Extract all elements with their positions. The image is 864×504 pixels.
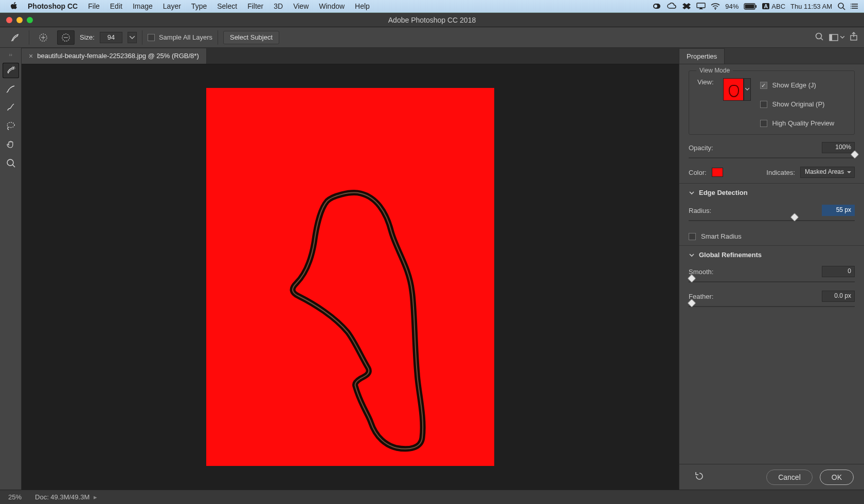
menubar-app-name[interactable]: Photoshop CC bbox=[23, 2, 83, 10]
view-dropdown[interactable] bbox=[744, 78, 751, 101]
search-icon[interactable] bbox=[815, 32, 824, 43]
opacity-value[interactable]: 100% bbox=[822, 142, 855, 153]
selection-edge-overlay bbox=[206, 88, 494, 466]
menu-file[interactable]: File bbox=[83, 2, 105, 10]
high-quality-preview-label: High Quality Preview bbox=[772, 119, 835, 127]
tool-refine-edge-brush[interactable] bbox=[3, 81, 19, 97]
panel-expand-icon[interactable]: ›› bbox=[0, 52, 21, 58]
svg-rect-23 bbox=[830, 34, 832, 41]
document-tab[interactable]: × beautiful-beauty-female-2252368.jpg @ … bbox=[22, 48, 207, 64]
show-original-checkbox[interactable] bbox=[760, 101, 767, 108]
brush-subtract-mode-icon[interactable] bbox=[57, 30, 75, 45]
tool-quick-selection[interactable] bbox=[3, 63, 19, 78]
view-label: View: bbox=[697, 78, 714, 86]
show-original-label: Show Original (P) bbox=[772, 100, 825, 108]
svg-point-13 bbox=[851, 6, 851, 7]
svg-point-12 bbox=[851, 4, 851, 5]
radius-slider[interactable] bbox=[689, 217, 855, 224]
select-subject-button[interactable]: Select Subject bbox=[223, 31, 279, 44]
status-doc-info[interactable]: Doc: 49.3M/49.3M ▸ bbox=[35, 493, 97, 501]
svg-point-3 bbox=[715, 9, 716, 10]
size-label: Size: bbox=[80, 33, 95, 41]
properties-panel: Properties View Mode View: Show Edge (J)… bbox=[679, 48, 864, 490]
ok-button[interactable]: OK bbox=[820, 470, 854, 485]
opacity-label: Opacity: bbox=[689, 144, 713, 152]
svg-rect-5 bbox=[745, 4, 754, 8]
menu-view[interactable]: View bbox=[288, 2, 314, 10]
menu-select[interactable]: Select bbox=[212, 2, 242, 10]
high-quality-preview-checkbox[interactable] bbox=[760, 120, 767, 127]
view-mode-section: View Mode View: Show Edge (J) Show Origi… bbox=[689, 70, 855, 135]
spotlight-icon[interactable] bbox=[837, 2, 845, 10]
svg-point-27 bbox=[7, 159, 13, 166]
screen-mode-icon[interactable] bbox=[829, 34, 844, 41]
show-edge-label: Show Edge (J) bbox=[772, 81, 816, 89]
view-thumbnail[interactable] bbox=[723, 78, 744, 101]
current-tool-icon[interactable] bbox=[6, 30, 24, 45]
feather-slider[interactable] bbox=[689, 303, 855, 310]
svg-line-21 bbox=[821, 38, 823, 40]
show-edge-checkbox[interactable] bbox=[760, 82, 767, 89]
menubar-clock[interactable]: Thu 11:53 AM bbox=[790, 3, 832, 10]
svg-rect-2 bbox=[697, 3, 705, 8]
properties-footer: Cancel OK bbox=[679, 464, 864, 490]
canvas[interactable] bbox=[206, 88, 494, 466]
share-icon[interactable] bbox=[850, 32, 858, 43]
menu-image[interactable]: Image bbox=[128, 2, 158, 10]
menu-window[interactable]: Window bbox=[314, 2, 350, 10]
chevron-right-icon: ▸ bbox=[92, 493, 97, 501]
brush-add-mode-icon[interactable] bbox=[34, 30, 52, 45]
feather-value[interactable]: 0.0 px bbox=[822, 291, 855, 302]
svg-line-28 bbox=[12, 165, 15, 168]
close-tab-icon[interactable]: × bbox=[29, 52, 33, 60]
menu-filter[interactable]: Filter bbox=[242, 2, 268, 10]
dropbox-icon[interactable] bbox=[682, 3, 691, 10]
tool-lasso[interactable] bbox=[3, 118, 19, 134]
svg-point-7 bbox=[838, 3, 843, 8]
tool-hand[interactable] bbox=[3, 137, 19, 152]
smart-radius-label: Smart Radius bbox=[701, 232, 742, 240]
edge-detection-header[interactable]: Edge Detection bbox=[689, 189, 855, 196]
smooth-value[interactable]: 0 bbox=[822, 266, 855, 277]
tool-zoom[interactable] bbox=[3, 155, 19, 171]
chevron-down-icon bbox=[689, 190, 695, 196]
radius-value[interactable]: 55 px bbox=[822, 205, 855, 216]
indicates-dropdown[interactable]: Masked Areas bbox=[800, 167, 855, 178]
brush-size-dropdown[interactable] bbox=[128, 32, 137, 43]
opacity-slider[interactable] bbox=[689, 154, 855, 161]
battery-percent: 94% bbox=[725, 3, 739, 10]
options-bar: Size: 94 Sample All Layers Select Subjec… bbox=[0, 27, 864, 48]
menu-3d[interactable]: 3D bbox=[268, 2, 288, 10]
brush-size-input[interactable]: 94 bbox=[100, 32, 122, 43]
smooth-slider[interactable] bbox=[689, 278, 855, 285]
apple-menu-icon[interactable] bbox=[5, 2, 23, 10]
input-source-icon[interactable]: AABC bbox=[762, 3, 785, 10]
tool-brush[interactable] bbox=[3, 100, 19, 115]
airplay-icon[interactable] bbox=[696, 3, 706, 10]
menubar-list-icon[interactable] bbox=[851, 3, 859, 10]
menu-type[interactable]: Type bbox=[186, 2, 212, 10]
wifi-icon[interactable] bbox=[711, 3, 720, 10]
battery-icon bbox=[744, 3, 757, 10]
menu-extra-icon[interactable] bbox=[652, 3, 661, 10]
global-refinements-header[interactable]: Global Refinements bbox=[689, 251, 855, 259]
menu-layer[interactable]: Layer bbox=[158, 2, 186, 10]
reset-icon[interactable] bbox=[694, 471, 705, 483]
document-tab-label: beautiful-beauty-female-2252368.jpg @ 25… bbox=[37, 52, 199, 60]
indicates-label: Indicates: bbox=[766, 169, 795, 176]
creative-cloud-icon[interactable] bbox=[667, 3, 677, 10]
smart-radius-checkbox[interactable] bbox=[689, 233, 696, 240]
color-label: Color: bbox=[689, 169, 707, 176]
svg-point-1 bbox=[654, 5, 657, 8]
radius-label: Radius: bbox=[689, 207, 711, 214]
sample-all-layers-checkbox[interactable] bbox=[148, 34, 155, 41]
properties-tab[interactable]: Properties bbox=[679, 48, 725, 64]
color-swatch[interactable] bbox=[712, 168, 723, 177]
cancel-button[interactable]: Cancel bbox=[766, 470, 813, 485]
macos-menubar: Photoshop CC File Edit Image Layer Type … bbox=[0, 0, 864, 13]
chevron-down-icon bbox=[689, 252, 695, 258]
sample-all-layers-label: Sample All Layers bbox=[159, 33, 212, 41]
menu-help[interactable]: Help bbox=[350, 2, 375, 10]
menu-edit[interactable]: Edit bbox=[105, 2, 128, 10]
status-zoom[interactable]: 25% bbox=[8, 493, 22, 501]
